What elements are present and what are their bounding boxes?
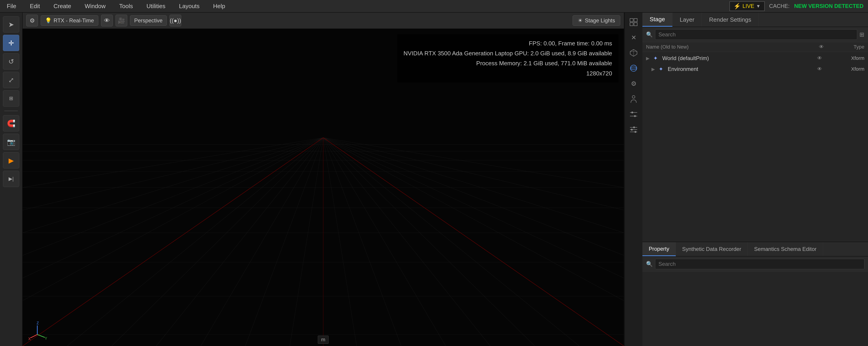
eye-env[interactable]: 👁 (813, 66, 827, 72)
svg-line-42 (31, 335, 37, 338)
svg-rect-47 (634, 19, 637, 22)
stage-lights-label: Stage Lights (585, 18, 615, 24)
tab-synthetic-recorder[interactable]: Synthetic Data Recorder (676, 242, 748, 256)
close-panel-icon[interactable]: ✕ (627, 31, 640, 44)
audio-icon: ((●)) (170, 17, 181, 24)
stats-overlay: FPS: 0.00, Frame time: 0.00 ms NVIDIA RT… (397, 34, 618, 82)
tab-property[interactable]: Property (643, 242, 676, 256)
person-panel-icon[interactable] (627, 92, 640, 106)
viewport-panel-icon[interactable] (627, 15, 640, 29)
expand-icon-env: ▶ (651, 66, 657, 72)
viewport-settings-btn[interactable]: ⚙ (26, 15, 38, 27)
audio-btn[interactable]: ((●)) (169, 15, 181, 27)
axis-indicator: Z X Y (27, 320, 48, 342)
tab-semantics-editor[interactable]: Semantics Schema Editor (748, 242, 823, 256)
stage-search-bar: 🔍 ⊞ (643, 27, 868, 42)
type-env: Xform (828, 66, 864, 72)
svg-point-56 (632, 96, 635, 98)
svg-text:X: X (28, 337, 31, 340)
dropdown-icon[interactable]: ▼ (756, 4, 761, 9)
bolt-icon: ⚡ (734, 3, 741, 10)
axis-svg: Z X Y (27, 320, 48, 340)
fps-stat: FPS: 0.00, Frame time: 0.00 ms (403, 38, 612, 48)
svg-point-58 (631, 111, 633, 113)
multi-tool-btn[interactable]: ⊞ (3, 90, 19, 107)
menu-help[interactable]: Help (211, 1, 227, 11)
svg-point-64 (631, 129, 633, 131)
sun-icon: ☀ (578, 18, 583, 24)
tab-layer[interactable]: Layer (673, 13, 702, 27)
menu-utilities[interactable]: Utilities (144, 1, 168, 11)
menu-edit[interactable]: Edit (28, 1, 42, 11)
right-main: Stage Layer Render Settings 🔍 ⊞ Name (Ol… (643, 13, 868, 346)
move-tool-btn[interactable]: ✛ (3, 35, 19, 51)
tab-render-settings[interactable]: Render Settings (702, 13, 758, 27)
step-icon: ▶| (8, 176, 14, 182)
stage-filter-icon[interactable]: ⊞ (860, 31, 864, 38)
type-world: Xform (828, 55, 864, 61)
stage-row-world[interactable]: ▶ ✦ World (defaultPrim) 👁 Xform (643, 53, 868, 64)
right-icon-strip: ✕ ⚙ (624, 13, 643, 346)
viewport-toolbar: ⚙ 💡 RTX - Real-Time 👁 🎥 Perspective (23, 13, 624, 29)
render-view-btn[interactable]: 👁 (101, 15, 113, 27)
select-tool-btn[interactable]: ➤ (3, 16, 19, 33)
play-btn[interactable]: ▶ (3, 152, 19, 169)
sphere-svg (629, 64, 638, 72)
menu-window[interactable]: Window (83, 1, 108, 11)
live-label: LIVE (743, 3, 754, 9)
menu-layouts[interactable]: Layouts (177, 1, 202, 11)
camera-btn[interactable]: 📷 (3, 134, 19, 150)
sliders-panel-icon[interactable] (627, 107, 640, 121)
svg-point-62 (633, 127, 635, 128)
svg-text:Y: Y (45, 337, 47, 340)
perspective-btn[interactable]: Perspective (130, 15, 167, 26)
scale-icon: ⤢ (8, 76, 14, 84)
menu-tools[interactable]: Tools (117, 1, 135, 11)
resolution-stat: 1280x720 (403, 68, 612, 78)
gear2-icon: ⚙ (631, 80, 637, 88)
bottom-content (643, 272, 868, 346)
magnet-icon: 🧲 (7, 119, 16, 127)
scale-tool-btn[interactable]: ⤢ (3, 72, 19, 88)
viewport-canvas[interactable]: FPS: 0.00, Frame time: 0.00 ms NVIDIA RT… (23, 29, 624, 346)
play-step-btn[interactable]: ▶| (3, 171, 19, 187)
snap-btn[interactable]: 🧲 (3, 115, 19, 132)
stage-lights-btn[interactable]: ☀ Stage Lights (572, 15, 620, 26)
menu-file[interactable]: File (4, 1, 19, 11)
xform-icon-env: ✦ (659, 66, 666, 72)
bottom-search-bar: 🔍 (643, 256, 868, 272)
viewport-area: ⚙ 💡 RTX - Real-Time 👁 🎥 Perspective (23, 13, 624, 346)
play-icon: ▶ (8, 157, 14, 165)
stage-search-icon: 🔍 (646, 31, 653, 38)
rtx-mode-label: RTX - Real-Time (54, 18, 94, 24)
rtx-mode-btn[interactable]: 💡 RTX - Real-Time (41, 15, 98, 26)
stage-col-eye: 👁 (815, 44, 828, 50)
live-badge[interactable]: ⚡ LIVE ▼ (730, 1, 765, 11)
stage-col-type: Type (828, 44, 864, 50)
eye-world[interactable]: 👁 (813, 55, 827, 61)
sphere-panel-icon[interactable] (627, 62, 640, 75)
bottom-search-icon: 🔍 (646, 261, 653, 267)
stage-col-name: Name (Old to New) (646, 44, 815, 50)
svg-rect-49 (634, 23, 637, 26)
extra-svg (629, 126, 638, 133)
viewport-toolbar-left: ⚙ 💡 RTX - Real-Time 👁 🎥 Perspective (26, 15, 181, 27)
stage-row-environment[interactable]: ▶ ✦ Environment 👁 Xform (643, 64, 868, 74)
rotate-tool-btn[interactable]: ↺ (3, 53, 19, 70)
camera-icon: 📷 (7, 138, 16, 146)
camera2-icon: 🎥 (118, 17, 125, 24)
panel-viewport-svg (629, 18, 638, 26)
camera-view-btn[interactable]: 🎥 (116, 15, 127, 27)
extra-panel-icon[interactable] (627, 123, 640, 136)
expand-icon-world: ▶ (646, 56, 651, 61)
bottom-search-input[interactable] (655, 259, 864, 269)
right-content-with-strip: ✕ ⚙ (624, 13, 868, 346)
settings-panel-icon[interactable]: ⚙ (627, 77, 640, 90)
left-toolbar: ➤ ✛ ↺ ⤢ ⊞ 🧲 📷 ▶ ▶| (0, 13, 23, 346)
row-name-env: Environment (668, 66, 811, 72)
stage-search-input[interactable] (655, 29, 857, 40)
cube-panel-icon[interactable] (627, 46, 640, 60)
sliders-svg (629, 111, 638, 118)
menu-create[interactable]: Create (51, 1, 73, 11)
tab-stage[interactable]: Stage (643, 13, 673, 27)
